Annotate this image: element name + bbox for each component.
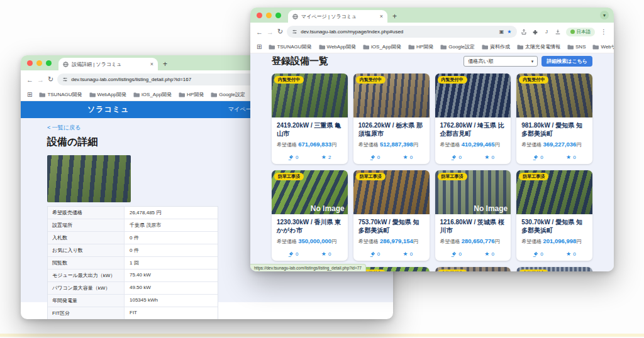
back-button[interactable]: ← bbox=[26, 76, 33, 84]
bookmark-folder-list: TSUNAGU開発 WebApp開発 iOS_App開発 HP開発 Google… bbox=[269, 43, 614, 50]
share-icon[interactable] bbox=[521, 28, 528, 35]
forward-button[interactable]: → bbox=[37, 76, 44, 84]
downloads-icon[interactable] bbox=[555, 28, 562, 35]
favorite-count[interactable]: ★ 0 bbox=[309, 251, 342, 257]
listing-title: 753.70kW / 愛知県 知多郡美浜町 bbox=[358, 219, 425, 234]
favorite-count[interactable]: ★ 0 bbox=[473, 251, 506, 257]
browser-tab[interactable]: マイページ | ソラコミュ × bbox=[288, 10, 387, 23]
bookmark-folder[interactable]: HP開発 bbox=[179, 91, 204, 98]
listing-title: 1762.80kW / 埼玉県 比企郡吉見町 bbox=[440, 122, 506, 138]
close-window-button[interactable] bbox=[257, 13, 262, 18]
listing-title: 981.80kW / 愛知県 知多郡美浜町 bbox=[521, 122, 587, 138]
bid-count[interactable]: 0 bbox=[521, 154, 554, 160]
address-bar[interactable]: dev.tsunagu-lab.com/mypage/index.php#use… bbox=[287, 26, 516, 38]
price-label: 希望価格 bbox=[440, 239, 460, 244]
bookmark-folder[interactable]: HP開発 bbox=[408, 43, 433, 50]
bookmark-folder[interactable]: iOS_App開発 bbox=[133, 91, 172, 98]
bid-count[interactable]: 0 bbox=[440, 251, 473, 257]
favorite-count[interactable]: ★ 0 bbox=[473, 154, 506, 160]
bid-count[interactable]: 0 bbox=[440, 154, 473, 160]
reload-button[interactable]: ↻ bbox=[48, 75, 53, 84]
translate-profile-chip[interactable]: 日本語 bbox=[566, 28, 596, 36]
bookmark-folder[interactable]: 太陽光発電情報 bbox=[517, 43, 560, 50]
bookmark-folder[interactable]: iOS_App開発 bbox=[363, 43, 401, 50]
card-body: 1230.30kW / 香川県 東かがわ市 希望価格 350,000,000円 … bbox=[272, 214, 348, 261]
new-tab-button[interactable]: + bbox=[163, 60, 167, 68]
card-footer: 0 ★ 2 bbox=[277, 152, 343, 161]
back-button[interactable]: ← bbox=[256, 28, 263, 36]
favorite-count[interactable]: ★ 2 bbox=[309, 154, 342, 160]
apps-grid-icon[interactable]: ⊞ bbox=[27, 91, 32, 98]
close-tab-icon[interactable]: × bbox=[380, 13, 383, 19]
listing-card[interactable]: 内覧受付中 bbox=[516, 267, 592, 271]
reload-button[interactable]: ↻ bbox=[277, 28, 283, 36]
listing-card[interactable]: 防草工事済 No Image 530.70kW / 愛知県 知多郡美浜町 希望価… bbox=[516, 170, 592, 261]
listing-card[interactable]: 防草工事済 No Image 753.70kW / 愛知県 知多郡美浜町 希望価… bbox=[353, 170, 430, 261]
bookmark-folder[interactable]: TSUNAGU開発 bbox=[39, 91, 82, 98]
bookmark-folder[interactable]: Google設定 bbox=[440, 43, 475, 50]
detail-search-button[interactable]: 詳細検索はこちら bbox=[541, 56, 592, 67]
gavel-icon bbox=[451, 251, 457, 257]
bid-count[interactable]: 0 bbox=[358, 251, 391, 257]
side-panel-icon[interactable]: ▣ bbox=[499, 29, 504, 35]
listing-title: 530.70kW / 愛知県 知多郡美浜町 bbox=[521, 219, 587, 234]
close-tab-icon[interactable]: × bbox=[150, 61, 153, 67]
close-window-button[interactable] bbox=[27, 60, 33, 66]
listing-card[interactable]: 内覧受付中 No Image 2419.20kW / 三重県 亀山市 希望価格 … bbox=[272, 74, 348, 164]
bid-count[interactable]: 0 bbox=[358, 154, 391, 160]
bookmark-folder[interactable]: SNS bbox=[567, 43, 586, 50]
card-footer: 0 ★ 0 bbox=[521, 249, 587, 258]
bookmark-folder[interactable]: 資料作成 bbox=[482, 43, 510, 50]
sort-select[interactable]: 価格高い順 ▾ bbox=[464, 56, 538, 67]
favorite-count[interactable]: ★ 0 bbox=[555, 154, 587, 160]
status-badge: 内覧受付中 bbox=[519, 76, 548, 84]
bid-count[interactable]: 0 bbox=[277, 154, 309, 160]
listing-card[interactable]: 防草工事済 No Image 1216.80kW / 茨城県 桜川市 希望価格 … bbox=[435, 170, 511, 261]
zoom-window-button[interactable] bbox=[275, 13, 281, 18]
favorite-count[interactable]: ★ 0 bbox=[391, 154, 424, 160]
zoom-window-button[interactable] bbox=[46, 60, 52, 66]
tab-search-chevron-icon[interactable]: ▾ bbox=[600, 11, 609, 19]
chrome-menu-icon[interactable]: ⋮ bbox=[599, 28, 608, 35]
forward-button[interactable]: → bbox=[267, 28, 274, 36]
listing-card[interactable]: 内覧受付中 No Image 1026.20kW / 栃木県 那須塩原市 希望価… bbox=[353, 74, 430, 164]
bookmark-folder[interactable]: Google設定 bbox=[211, 91, 245, 98]
bookmark-folder[interactable]: WebApp開発 bbox=[319, 43, 357, 50]
price-amount: 369,227,036 bbox=[543, 141, 576, 148]
new-tab-button[interactable]: + bbox=[392, 12, 397, 21]
card-footer: 0 ★ 0 bbox=[440, 152, 506, 161]
favorite-count[interactable]: ★ 0 bbox=[555, 251, 587, 257]
ime-extension-icon[interactable]: J bbox=[543, 28, 550, 35]
browser-tab[interactable]: 設備詳細 | ソラコミュ × bbox=[58, 58, 158, 70]
status-badge: 内覧受付中 bbox=[438, 76, 467, 84]
star-icon: ★ bbox=[484, 154, 489, 160]
status-badge: 防草工事済 bbox=[519, 173, 548, 180]
site-brand[interactable]: ソラコミュ bbox=[87, 104, 129, 115]
extensions-puzzle-icon[interactable] bbox=[532, 28, 539, 35]
profile-dot-icon bbox=[570, 30, 575, 34]
window-controls bbox=[27, 60, 52, 66]
minimize-window-button[interactable] bbox=[266, 13, 272, 18]
price-label: 希望価格 bbox=[358, 142, 379, 148]
row-value: FIT bbox=[125, 307, 218, 319]
bookmark-star-icon[interactable]: ★ bbox=[507, 29, 511, 35]
listing-card[interactable]: 内覧受付中 No Image 1762.80kW / 埼玉県 比企郡吉見町 希望… bbox=[435, 74, 511, 164]
apps-grid-icon[interactable]: ⊞ bbox=[257, 43, 262, 50]
bookmark-folder[interactable]: TSUNAGU開発 bbox=[269, 43, 311, 50]
bookmark-folder[interactable]: WebApp開発 bbox=[89, 91, 127, 98]
card-body: 1216.80kW / 茨城県 桜川市 希望価格 280,650,776円 0 bbox=[435, 214, 511, 261]
no-image-watermark: No Image bbox=[311, 204, 345, 213]
row-label: 入札数 bbox=[48, 232, 125, 244]
list-heading: 登録設備一覧 bbox=[272, 55, 328, 67]
listing-card[interactable]: 防草工事済 No Image 1230.30kW / 香川県 東かがわ市 希望価… bbox=[272, 170, 348, 261]
bookmark-label: WebApp開発 bbox=[97, 91, 127, 98]
price-amount: 671,069,833 bbox=[298, 141, 331, 148]
minimize-window-button[interactable] bbox=[36, 60, 42, 66]
listing-card[interactable]: 内覧受付中 bbox=[435, 267, 511, 271]
detail-table: 希望販売価格 26,478,485 円 設置場所 千葉県 茂原市 入札数 0 件… bbox=[47, 206, 218, 319]
bid-count[interactable]: 0 bbox=[277, 251, 309, 257]
favorite-count[interactable]: ★ 0 bbox=[391, 251, 424, 257]
listing-card[interactable]: 内覧受付中 No Image 981.80kW / 愛知県 知多郡美浜町 希望価… bbox=[516, 74, 592, 164]
bookmark-folder[interactable]: Webサービス bbox=[592, 43, 614, 50]
bid-count[interactable]: 0 bbox=[521, 251, 554, 257]
